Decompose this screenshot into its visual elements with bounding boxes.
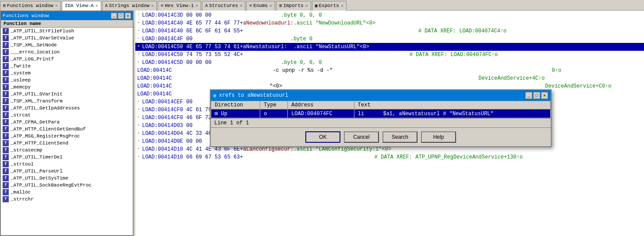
cell-type: o [260,109,288,118]
tab-functions-close[interactable]: ✕ [55,3,58,8]
func-name: _ATP_UTIL_GetSysTime [11,176,68,181]
tab-functions-window[interactable]: ⊞ Functions window ✕ [0,1,61,11]
functions-title-bar: Functions window _ □ ✕ [1,11,133,20]
list-item[interactable]: f _ATP_HTTP_ClientSend [1,140,133,147]
status-text: Line 1 of 1 [214,120,249,126]
list-item[interactable]: f _TSP_XML_SetNode [1,42,133,49]
tab-structures-close[interactable]: ✕ [240,3,242,8]
modal-close-button[interactable]: ✕ [541,92,548,99]
modal-content: Direction Type Address Text ⊞ Up [211,101,551,127]
tab-bar: ⊞ Functions window ✕ IDA View-A ✕ A Stri… [0,0,644,11]
tab-exports-label: Exports [319,3,339,8]
ida-view-panel: • LOAD:00414C3D 00 00 00 .byte 0, 0, 0 •… [135,11,644,236]
list-item[interactable]: f _ATP_UTIL_TimerDel [1,154,133,161]
function-list[interactable]: f _ATP_UTIL_StrFileFlush f _ATP_UTIL_GVa… [1,28,133,235]
tab-ida-view-a[interactable]: IDA View-A ✕ [62,1,101,11]
minimize-button[interactable]: _ [111,13,117,19]
list-item[interactable]: f _ATP_MSG_RegisterMsgProc [1,133,133,140]
tab-hex-close[interactable]: ✕ [195,3,198,8]
status-bar: Line 1 of 1 [211,118,551,127]
help-button[interactable]: Help [421,131,456,143]
main-area: Functions window _ □ ✕ Function name f _… [0,11,644,236]
func-name: _strcasecmp [11,148,42,153]
func-icon: f [3,84,9,90]
func-icon: f [3,168,9,174]
tab-strings-close[interactable]: ✕ [151,3,154,8]
list-item[interactable]: f _malloc [1,189,133,196]
func-name: _ATP_UTIL_GVarSetValue [11,35,74,41]
exports-tab-icon: ▣ [315,3,318,8]
xrefs-dialog: ⊞ xrefs to aNewstatusurl _ □ ✕ Direction [210,89,552,147]
list-item[interactable]: f _ATP_UTIL_SockBaseRegEvtProc [1,182,133,189]
list-item[interactable]: f _strcasecmp [1,147,133,154]
list-item[interactable]: f _ATP_UTIL_StrFileFlush [1,28,133,35]
modal-title-left: ⊞ xrefs to aNewstatusurl [213,92,288,99]
list-item[interactable]: f _strcat [1,112,133,119]
func-name: ___errno_location [11,49,60,55]
list-item[interactable]: f _fwrite [1,63,133,70]
func-name: _ATP_CFMA_GetPara [11,120,60,125]
list-item[interactable]: f ___errno_location [1,49,133,56]
tab-enums[interactable]: ≡ Enums ✕ [246,1,275,11]
func-name: _ATP_UTIL_ParseUrl [11,169,63,174]
list-item[interactable]: f _TSP_XML_Transform [1,98,133,105]
close-button[interactable]: ✕ [125,13,131,19]
tab-imports-close[interactable]: ✕ [305,3,308,8]
modal-title: xrefs to aNewstatusurl [219,92,288,99]
func-icon: f [3,196,9,202]
func-icon: f [3,140,9,146]
list-item[interactable]: f _ATP_HTTP_ClientGetSendBuf [1,126,133,133]
tab-strings-window[interactable]: A Strings window ✕ [102,1,157,11]
cell-direction: ⊞ Up [211,109,260,118]
func-icon: f [3,42,9,48]
list-item[interactable]: f _ATP_UTIL_GetSysTime [1,175,133,182]
maximize-button[interactable]: □ [118,13,124,19]
list-item[interactable]: f _strrchr [1,196,133,203]
func-icon: f [3,70,9,76]
func-icon: f [3,98,9,104]
list-item[interactable]: f _ATP_CFMA_GetPara [1,119,133,126]
func-name: _ATP_UTIL_SockBaseRegEvtProc [11,183,92,188]
search-button[interactable]: Search [382,131,418,143]
list-item[interactable]: f _usleep [1,77,133,84]
tab-ida-close[interactable]: ✕ [96,3,98,8]
func-icon: f [3,147,9,153]
list-item[interactable]: f _memcpy [1,84,133,91]
tab-exports-close[interactable]: ✕ [341,3,343,8]
func-icon: f [3,126,9,132]
func-name: _strcat [11,113,31,118]
tab-hex-view-1[interactable]: ≡ Hex View-1 ✕ [158,1,201,11]
func-name: _ATP_LOG_Printf [11,56,54,62]
func-name: _ATP_UTIL_GetIpAddresses [11,106,80,111]
tab-enums-close[interactable]: ✕ [269,3,272,8]
list-item[interactable]: f _ATP_LOG_Printf [1,56,133,63]
func-icon: f [3,63,9,69]
modal-icon: ⊞ [213,93,216,99]
list-item[interactable]: f _ATP_UTIL_GetIpAddresses [1,105,133,112]
tab-ida-label: IDA View-A [65,3,94,8]
enums-tab-icon: ≡ [249,4,252,8]
list-item[interactable]: f _system [1,70,133,77]
list-item[interactable]: f _strtoul [1,161,133,168]
modal-footer: OK Cancel Search Help [211,127,551,146]
list-item[interactable]: f _ATP_UTIL_ParseUrl [1,168,133,175]
func-icon: f [3,28,9,34]
table-row[interactable]: ⊞ Up o LOAD:004074FC li $a1, aNewstatusu… [211,109,551,118]
modal-maximize-button[interactable]: □ [533,92,540,99]
func-icon: f [3,154,9,160]
func-name: _malloc [11,190,31,195]
func-name: _memcpy [11,85,31,90]
tab-exports[interactable]: ▣ Exports ✕ [312,1,347,11]
func-name: _system [11,70,31,76]
tab-structures-label: Structures [209,3,238,8]
list-item[interactable]: f _ATP_UTIL_GVarInit [1,91,133,98]
tab-imports[interactable]: ⊞ Imports ✕ [276,1,311,11]
ok-button[interactable]: OK [305,131,340,143]
func-icon: f [3,105,9,111]
func-name: _TSP_XML_SetNode [11,42,57,48]
cancel-button[interactable]: Cancel [344,131,379,143]
modal-minimize-button[interactable]: _ [525,92,532,99]
list-item[interactable]: f _ATP_UTIL_GVarSetValue [1,35,133,42]
tab-structures[interactable]: A Structures ✕ [202,1,245,11]
col-direction: Direction [211,101,260,109]
